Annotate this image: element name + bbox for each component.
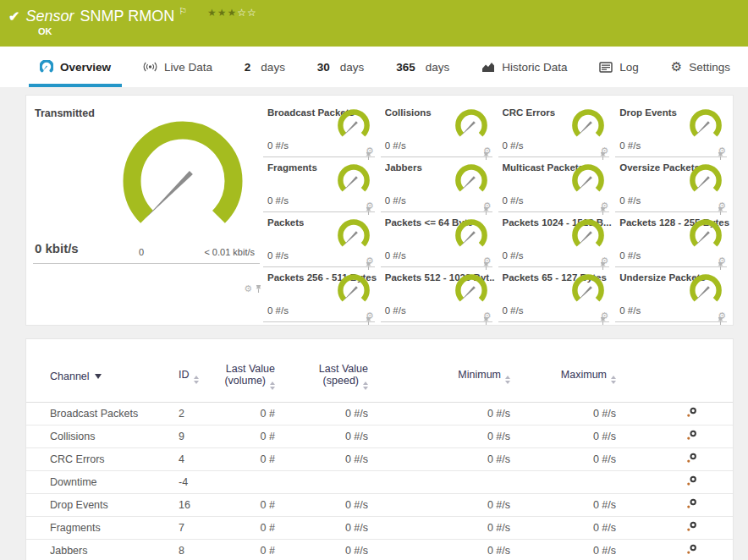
gauge-cell-fragments[interactable]: Fragments 0 #/s ⚙	[263, 157, 375, 212]
tab-2-days[interactable]: 2 days	[234, 47, 296, 87]
minimum-value: 0 #/s	[393, 539, 533, 560]
channel-name: Drop Events	[26, 493, 153, 516]
gauge-title: Packets	[267, 217, 304, 228]
last-value-speed: 0 #/s	[292, 425, 393, 447]
channel-gauge	[334, 217, 373, 256]
table-row: Drop Events 16 0 # 0 #/s 0 #/s 0 #/s	[26, 493, 733, 516]
stars-empty[interactable]: ☆☆	[237, 7, 257, 19]
priority-stars[interactable]: ★★★☆☆	[207, 7, 257, 19]
column-header-channel[interactable]: Channel	[26, 339, 153, 402]
minimum-value: 0 #/s	[393, 447, 533, 470]
channel-table-panel: Channel ID Last Value (volume) Last Valu…	[25, 338, 734, 560]
gauge-cell-packets-128-255[interactable]: Packets 128 - 255 Bytes 0 #/s ⚙	[615, 212, 727, 267]
gauge-value: 0 #/s	[503, 140, 524, 151]
channel-settings-icon[interactable]	[686, 544, 697, 555]
maximum-value	[533, 470, 639, 493]
channel-settings-icon[interactable]	[686, 498, 697, 509]
channel-gauge	[569, 272, 608, 311]
gauge-title: Collisions	[385, 107, 432, 118]
maximum-value: 0 #/s	[533, 402, 639, 425]
gauge-cell-undersize-packets[interactable]: Undersize Packets 0 #/s ⚙	[615, 267, 727, 322]
gauge-value: 0 #/s	[619, 305, 641, 316]
tab-settings[interactable]: ⚙ Settings	[660, 47, 741, 87]
channel-gauge	[686, 217, 725, 256]
tab-historic-data[interactable]: Historic Data	[470, 47, 578, 87]
sensor-name: SNMP RMON	[80, 8, 174, 25]
pin-icon[interactable]	[717, 316, 724, 326]
tab-overview[interactable]: Overview	[29, 47, 122, 87]
tab-day-number: 30	[317, 61, 330, 74]
minimum-value: 0 #/s	[393, 425, 533, 447]
column-label: Minimum	[458, 369, 501, 381]
channel-name: Fragments	[26, 516, 153, 539]
gauge-cell-crc-errors[interactable]: CRC Errors 0 #/s ⚙	[498, 102, 610, 157]
table-row: Jabbers 8 0 # 0 #/s 0 #/s 0 #/s	[26, 539, 733, 560]
column-header-last-value-speed[interactable]: Last Value (speed)	[292, 339, 393, 402]
gear-icon[interactable]: ⚙	[244, 284, 252, 294]
column-header-maximum[interactable]: Maximum	[533, 339, 639, 402]
channel-id: 7	[153, 516, 214, 539]
minimum-value: 0 #/s	[393, 402, 533, 425]
gauge-cell-drop-events[interactable]: Drop Events 0 #/s ⚙	[615, 102, 727, 157]
gauge-min-label: 0	[139, 247, 144, 257]
channel-gauge	[452, 162, 491, 201]
gauge-cell-packets[interactable]: Packets 0 #/s ⚙	[263, 212, 375, 267]
gauge-title: CRC Errors	[503, 107, 556, 118]
column-header-last-value-volume[interactable]: Last Value (volume)	[214, 339, 292, 402]
live-data-icon	[143, 61, 157, 73]
last-value-volume: 0 #	[214, 516, 292, 539]
tab-label: days	[340, 61, 365, 74]
maximum-value: 0 #/s	[533, 539, 639, 560]
gauge-value: 0 #/s	[385, 140, 406, 151]
channel-gauge	[686, 162, 725, 201]
historic-data-icon	[481, 62, 495, 73]
gauge-cell-packets-65-127[interactable]: Packets 65 - 127 Bytes 0 #/s ⚙	[498, 267, 610, 322]
maximum-value: 0 #/s	[533, 516, 639, 539]
tab-live-data[interactable]: Live Data	[132, 47, 223, 87]
gauges-panel: Transmitted 0 kbit/s 0 < 0.01 kbit/s ⚙ B…	[25, 95, 734, 326]
sensor-kind-label: Sensor	[25, 8, 74, 25]
gauge-cell-multicast-packets[interactable]: Multicast Packets 0 #/s ⚙	[498, 157, 610, 212]
pin-icon[interactable]	[599, 316, 607, 326]
gauge-cell-collisions[interactable]: Collisions 0 #/s ⚙	[381, 102, 492, 157]
check-icon: ✔	[8, 8, 19, 25]
channel-settings-icon[interactable]	[686, 521, 697, 532]
tab-day-number: 2	[245, 61, 251, 74]
tab-log[interactable]: Log	[588, 47, 650, 87]
column-header-minimum[interactable]: Minimum	[393, 339, 533, 402]
column-label: ID	[179, 369, 190, 381]
gauge-value: 0 #/s	[619, 140, 641, 151]
column-label: Last Value (speed)	[319, 363, 368, 387]
tab-30-days[interactable]: 30 days	[306, 47, 376, 87]
gauge-cell-oversize-packets[interactable]: Oversize Packets 0 #/s ⚙	[615, 157, 727, 212]
gauge-cell-jabbers[interactable]: Jabbers 0 #/s ⚙	[381, 157, 492, 212]
channel-settings-icon[interactable]	[686, 407, 697, 418]
sort-icon	[270, 382, 275, 390]
channel-settings-icon[interactable]	[686, 430, 697, 441]
channel-gauge	[334, 272, 373, 311]
table-row: Downtime -4	[26, 470, 733, 493]
column-header-id[interactable]: ID	[153, 339, 214, 402]
gauge-cell-packets-512-1023[interactable]: Packets 512 - 1023 Byt... 0 #/s ⚙	[381, 267, 492, 322]
gauge-value: 0 #/s	[619, 195, 641, 206]
channel-gauge	[452, 272, 491, 311]
tab-365-days[interactable]: 365 days	[385, 47, 460, 87]
gauge-cell-packets-256-511[interactable]: Packets 256 - 511 Bytes 0 #/s ⚙	[263, 267, 375, 322]
pin-icon[interactable]	[255, 284, 262, 294]
last-value-speed: 0 #/s	[292, 539, 393, 560]
channel-settings-icon[interactable]	[686, 475, 697, 486]
column-label: Channel	[50, 371, 90, 382]
flag-icon[interactable]: ⚐	[179, 6, 187, 17]
gauge-cell-packets-64-byte[interactable]: Packets <= 64 Byte 0 #/s ⚙	[381, 212, 492, 267]
stars-filled[interactable]: ★★★	[207, 7, 237, 19]
main-gauge-transmitted[interactable]: Transmitted 0 kbit/s 0 < 0.01 kbit/s ⚙	[26, 96, 263, 325]
sort-icon	[611, 376, 616, 384]
pin-icon[interactable]	[365, 316, 372, 326]
pin-icon[interactable]	[482, 316, 490, 326]
gauge-cell-packets-1024-1518[interactable]: Packets 1024 - 1518 B... 0 #/s ⚙	[498, 212, 610, 267]
tab-label: Log	[619, 61, 639, 74]
main-gauge-value: 0 kbit/s	[35, 241, 79, 255]
channel-id: 8	[153, 539, 214, 560]
gauge-cell-broadcast-packets[interactable]: Broadcast Packets 0 #/s ⚙	[263, 102, 375, 157]
channel-settings-icon[interactable]	[686, 453, 697, 464]
